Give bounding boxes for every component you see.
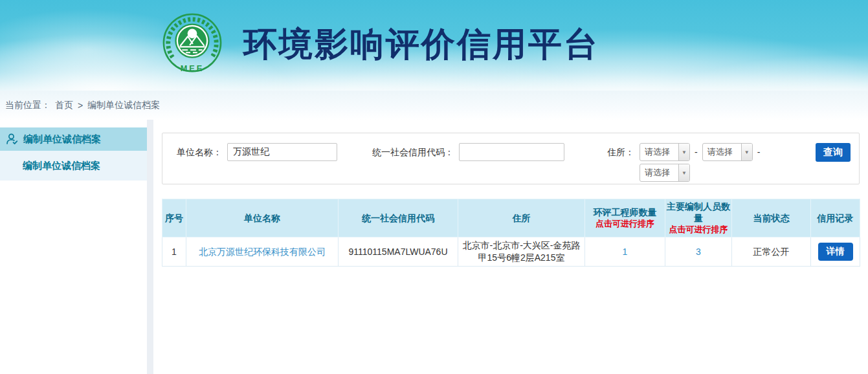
page: MEE 环境影响评价信用平台 当前位置： 首页 > 编制单位诚信档案 编制单位诚… <box>0 0 868 374</box>
breadcrumb-home-link[interactable]: 首页 <box>55 100 73 111</box>
breadcrumb-separator-icon: > <box>78 100 83 111</box>
address-label: 住所： <box>607 143 634 182</box>
cell-credit-code: 91110115MA7LWUA76U <box>339 237 458 267</box>
sort-hint: 点击可进行排序 <box>667 225 730 236</box>
sidebar-divider <box>147 120 153 374</box>
search-button[interactable]: 查询 <box>816 143 851 162</box>
user-check-icon <box>5 133 19 146</box>
chevron-down-icon[interactable]: ▼ <box>678 164 689 181</box>
address-separator: - <box>757 143 761 161</box>
mee-logo: MEE <box>161 13 224 76</box>
credit-code-label: 统一社会信用代码： <box>372 143 454 161</box>
credit-code-input[interactable] <box>459 143 564 161</box>
address-separator: - <box>695 143 698 161</box>
cell-staff-count: 3 <box>665 237 732 267</box>
city-select[interactable]: 请选择 ▼ <box>702 143 753 161</box>
staff-count-link[interactable]: 3 <box>696 247 701 257</box>
province-select-value: 请选择 <box>640 144 678 160</box>
main-content: 单位名称： 统一社会信用代码： 住所： 请选择 ▼ <box>153 120 868 374</box>
sort-hint: 点击可进行排序 <box>586 219 663 230</box>
col-header-address: 住所 <box>458 199 585 237</box>
cell-index: 1 <box>162 237 186 267</box>
sidebar-subitem-unit-credit-archive[interactable]: 编制单位诚信档案 <box>0 151 147 181</box>
col-header-engineer-count[interactable]: 环评工程师数量 点击可进行排序 <box>585 199 665 237</box>
results-table: 序号 单位名称 统一社会信用代码 住所 环评工程师数量 点击可进行排序 主要编制… <box>162 199 860 267</box>
engineer-count-link[interactable]: 1 <box>623 247 628 257</box>
col-header-status: 当前状态 <box>732 199 811 237</box>
col-header-index: 序号 <box>162 199 186 237</box>
province-select[interactable]: 请选择 ▼ <box>640 143 690 161</box>
page-title: 环境影响评价信用平台 <box>243 22 599 67</box>
sidebar-item-label: 编制单位诚信档案 <box>23 133 101 146</box>
cell-status: 正常公开 <box>732 237 811 267</box>
sidebar-subitem-label: 编制单位诚信档案 <box>23 160 100 172</box>
sidebar: 编制单位诚信档案 编制单位诚信档案 <box>0 120 147 374</box>
district-select-value: 请选择 <box>640 164 678 181</box>
col-header-staff-count-label: 主要编制人员数量 <box>667 201 730 223</box>
detail-button[interactable]: 详情 <box>818 243 853 261</box>
cell-company: 北京万源世纪环保科技有限公司 <box>186 237 339 267</box>
company-link[interactable]: 北京万源世纪环保科技有限公司 <box>199 247 326 257</box>
unit-name-input[interactable] <box>227 143 337 161</box>
breadcrumb: 当前位置： 首页 > 编制单位诚信档案 <box>0 91 868 120</box>
col-header-engineer-count-label: 环评工程师数量 <box>594 207 657 217</box>
cell-credit-record: 详情 <box>811 237 860 267</box>
search-panel: 单位名称： 统一社会信用代码： 住所： 请选择 ▼ <box>162 133 860 184</box>
city-select-value: 请选择 <box>703 144 741 160</box>
chevron-down-icon[interactable]: ▼ <box>678 144 689 160</box>
col-header-credit-record: 信用记录 <box>811 199 860 237</box>
unit-name-label: 单位名称： <box>177 143 222 161</box>
chevron-down-icon[interactable]: ▼ <box>741 144 752 160</box>
sidebar-item-unit-credit-archive[interactable]: 编制单位诚信档案 <box>0 127 147 151</box>
breadcrumb-current: 编制单位诚信档案 <box>87 100 160 111</box>
cell-engineer-count: 1 <box>585 237 665 267</box>
col-header-staff-count[interactable]: 主要编制人员数量 点击可进行排序 <box>665 199 732 237</box>
district-select[interactable]: 请选择 ▼ <box>640 164 690 182</box>
table-row: 1 北京万源世纪环保科技有限公司 91110115MA7LWUA76U 北京市-… <box>162 237 860 267</box>
col-header-credit-code: 统一社会信用代码 <box>339 199 458 237</box>
cell-address: 北京市-北京市-大兴区-金苑路甲15号6幢2层A215室 <box>458 237 585 267</box>
breadcrumb-prefix: 当前位置： <box>5 100 50 111</box>
site-header: MEE 环境影响评价信用平台 <box>0 0 868 91</box>
mee-logo-text: MEE <box>181 63 204 73</box>
col-header-company: 单位名称 <box>186 199 339 237</box>
table-header-row: 序号 单位名称 统一社会信用代码 住所 环评工程师数量 点击可进行排序 主要编制… <box>162 199 860 237</box>
address-select-group: 请选择 ▼ - 请选择 ▼ - 请选择 <box>640 143 764 182</box>
